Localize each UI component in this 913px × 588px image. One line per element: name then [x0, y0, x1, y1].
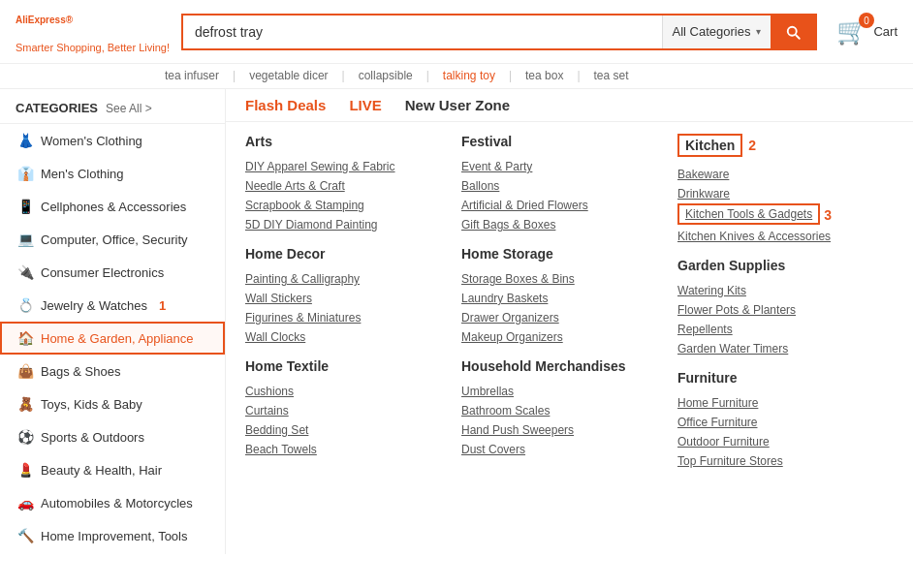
sidebar-item-jewelry[interactable]: 💍 Jewelry & Watches 1	[0, 289, 225, 322]
cat-item-repellents[interactable]: Repellents	[677, 320, 874, 339]
annotation-2: 2	[748, 138, 756, 153]
cat-item-drawer-organizers[interactable]: Drawer Organizers	[461, 308, 658, 327]
sidebar-label-bags: Bags & Shoes	[41, 364, 120, 379]
cat-item-kitchen-knives[interactable]: Kitchen Knives & Accessories	[677, 227, 874, 246]
cat-item-event-party[interactable]: Event & Party	[461, 157, 658, 176]
sidebar-label-beauty: Beauty & Health, Hair	[41, 463, 162, 478]
cat-item-figurines[interactable]: Figurines & Miniatures	[245, 308, 442, 327]
cat-item-curtains[interactable]: Curtains	[245, 401, 442, 420]
cat-item-laundry-baskets[interactable]: Laundry Baskets	[461, 289, 658, 308]
logo: AliExpress®	[16, 10, 170, 40]
cat-item-wall-stickers[interactable]: Wall Stickers	[245, 289, 442, 308]
search-icon	[784, 23, 802, 41]
cat-item-drinkware[interactable]: Drinkware	[677, 184, 874, 203]
content-area: Flash Deals LIVE New User Zone Arts DIY …	[226, 89, 913, 554]
suggestion-collapsible[interactable]: collapsible	[359, 69, 413, 82]
cat-item-dust-covers[interactable]: Dust Covers	[461, 440, 658, 459]
cat-item-watering-kits[interactable]: Watering Kits	[677, 281, 874, 300]
section-title-festival: Festival	[461, 134, 658, 149]
suggestion-tea-set[interactable]: tea set	[594, 69, 629, 82]
chevron-down-icon: ▾	[756, 26, 761, 37]
cat-item-cushions[interactable]: Cushions	[245, 382, 442, 401]
sidebar-label-tools: Home Improvement, Tools	[41, 529, 188, 543]
cart-badge: 0	[859, 13, 874, 28]
sidebar-label-sports: Sports & Outdoors	[41, 430, 144, 445]
sidebar-item-bags-shoes[interactable]: 👜 Bags & Shoes	[0, 355, 225, 387]
cat-item-outdoor-furniture[interactable]: Outdoor Furniture	[677, 432, 874, 451]
cat-item-hand-push-sweepers[interactable]: Hand Push Sweepers	[461, 420, 658, 440]
cat-item-storage-boxes[interactable]: Storage Boxes & Bins	[461, 269, 658, 289]
cat-item-flower-pots[interactable]: Flower Pots & Planters	[677, 300, 874, 320]
sidebar-label-jewelry: Jewelry & Watches	[41, 298, 147, 313]
cat-item-artificial-flowers[interactable]: Artificial & Dried Flowers	[461, 196, 658, 215]
search-button[interactable]	[771, 15, 815, 48]
cat-item-bakeware[interactable]: Bakeware	[677, 165, 874, 184]
tab-live[interactable]: LIVE	[349, 97, 381, 113]
sidebar-item-consumer-electronics[interactable]: 🔌 Consumer Electronics	[0, 256, 225, 289]
annotation-3: 3	[824, 207, 832, 223]
cat-item-garden-water-timers[interactable]: Garden Water Timers	[677, 339, 874, 358]
jewelry-icon: 💍	[17, 297, 33, 313]
sidebar-see-all[interactable]: See All >	[106, 102, 152, 115]
sidebar-item-automobiles[interactable]: 🚗 Automobiles & Motorcycles	[0, 486, 225, 519]
main: CATEGORIES See All > 👗 Women's Clothing …	[0, 89, 913, 554]
sidebar-item-womens-clothing[interactable]: 👗 Women's Clothing	[0, 124, 225, 157]
category-column-1: Arts DIY Apparel Sewing & Fabric Needle …	[245, 134, 461, 542]
sidebar-item-home-improvement[interactable]: 🔨 Home Improvement, Tools	[0, 519, 225, 552]
cat-item-office-furniture[interactable]: Office Furniture	[677, 413, 874, 432]
cat-item-home-furniture[interactable]: Home Furniture	[677, 393, 874, 413]
category-select[interactable]: All Categories ▾	[662, 15, 771, 48]
cat-item-makeup-organizers[interactable]: Makeup Organizers	[461, 327, 658, 347]
cat-item-umbrellas[interactable]: Umbrellas	[461, 382, 658, 401]
home-garden-icon: 🏠	[17, 330, 33, 346]
cat-item-ballons[interactable]: Ballons	[461, 176, 658, 196]
sidebar-title: CATEGORIES	[16, 101, 98, 115]
mens-clothing-icon: 👔	[17, 166, 33, 181]
cat-item-beach-towels[interactable]: Beach Towels	[245, 440, 442, 459]
cart-area[interactable]: 🛒 0 Cart	[836, 16, 897, 46]
section-title-furniture: Furniture	[677, 370, 874, 386]
sidebar-label-computer: Computer, Office, Security	[41, 232, 188, 247]
category-column-3: Kitchen 2 Bakeware Drinkware Kitchen Too…	[677, 134, 894, 542]
sidebar-item-beauty[interactable]: 💄 Beauty & Health, Hair	[0, 453, 225, 486]
section-title-arts: Arts	[245, 134, 442, 149]
suggestion-talking-toy[interactable]: talking toy	[443, 69, 495, 82]
suggestion-tea-box[interactable]: tea box	[525, 69, 563, 82]
cat-item-diy-apparel[interactable]: DIY Apparel Sewing & Fabric	[245, 157, 442, 176]
cat-item-bedding-set[interactable]: Bedding Set	[245, 420, 442, 440]
sidebar-label-auto: Automobiles & Motorcycles	[41, 496, 193, 511]
suggestion-vegetable-dicer[interactable]: vegetable dicer	[249, 69, 328, 82]
sidebar-item-home-garden[interactable]: 🏠 Home & Garden, Appliance	[0, 322, 225, 355]
cat-item-gift-bags[interactable]: Gift Bags & Boxes	[461, 215, 658, 234]
search-input[interactable]	[183, 15, 662, 48]
computer-icon: 💻	[17, 232, 33, 247]
logo-tagline: Smarter Shopping, Better Living!	[16, 42, 170, 53]
category-grid: Arts DIY Apparel Sewing & Fabric Needle …	[226, 122, 913, 554]
bags-icon: 👜	[17, 363, 33, 379]
cart-label: Cart	[873, 24, 897, 39]
cat-item-top-furniture-stores[interactable]: Top Furniture Stores	[677, 451, 874, 471]
cat-item-wall-clocks[interactable]: Wall Clocks	[245, 327, 442, 347]
logo-text: AliExpress	[16, 15, 66, 25]
cat-item-needle-arts[interactable]: Needle Arts & Craft	[245, 176, 442, 196]
tab-flash-deals[interactable]: Flash Deals	[245, 97, 326, 113]
cat-item-kitchen-tools[interactable]: Kitchen Tools & Gadgets	[677, 203, 820, 225]
cat-item-painting-calligraphy[interactable]: Painting & Calligraphy	[245, 269, 442, 289]
sidebar-item-mens-clothing[interactable]: 👔 Men's Clothing	[0, 157, 225, 190]
cat-item-scrapbook[interactable]: Scrapbook & Stamping	[245, 196, 442, 215]
suggestion-tea-infuser[interactable]: tea infuser	[165, 69, 219, 82]
sidebar-label-cellphones: Cellphones & Accessories	[41, 200, 186, 214]
sidebar-label-toys: Toys, Kids & Baby	[41, 397, 142, 412]
toys-icon: 🧸	[17, 396, 33, 412]
section-title-home-storage: Home Storage	[461, 246, 658, 262]
sidebar-item-computer[interactable]: 💻 Computer, Office, Security	[0, 223, 225, 256]
annotation-1: 1	[159, 298, 166, 313]
sidebar-item-cellphones[interactable]: 📱 Cellphones & Accessories	[0, 190, 225, 223]
cat-item-5d-diy[interactable]: 5D DIY Diamond Painting	[245, 215, 442, 234]
cellphones-icon: 📱	[17, 199, 33, 214]
cat-item-bathroom-scales[interactable]: Bathroom Scales	[461, 401, 658, 420]
sidebar-item-toys[interactable]: 🧸 Toys, Kids & Baby	[0, 387, 225, 420]
sidebar-label-womens: Women's Clothing	[41, 134, 142, 148]
sidebar-item-sports[interactable]: ⚽ Sports & Outdoors	[0, 420, 225, 453]
tab-new-user-zone[interactable]: New User Zone	[405, 97, 510, 113]
